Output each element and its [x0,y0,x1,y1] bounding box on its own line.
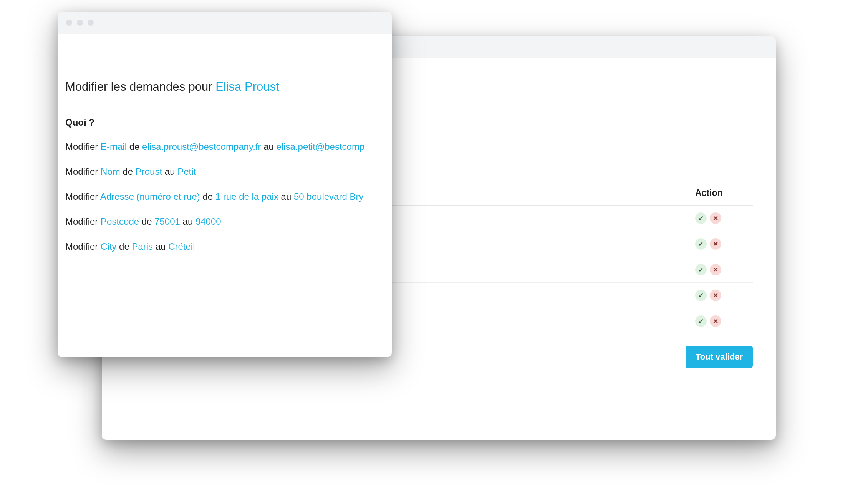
approve-button[interactable]: ✓ [695,212,707,224]
change-modify-word: Modifier [65,141,101,152]
approve-button[interactable]: ✓ [695,264,707,275]
change-from-word: de [200,191,215,202]
change-modify-word: Modifier [65,166,101,177]
change-from-word: de [116,241,132,252]
reject-button[interactable]: ✕ [710,290,721,301]
change-row: Modifier City de Paris au Créteil [65,234,384,259]
change-field: City [101,241,116,252]
change-from-value: elisa.proust@bestcompany.fr [142,141,261,152]
change-to-word: au [180,216,195,227]
change-from-word: de [127,141,142,152]
approve-button[interactable]: ✓ [695,290,707,301]
traffic-light-dot [77,20,83,26]
change-to-value: 50 boulevard Bry [294,191,363,202]
change-to-value: elisa.petit@bestcomp [277,141,365,152]
change-row: Modifier E-mail de elisa.proust@bestcomp… [65,134,384,159]
change-to-value: 94000 [195,216,221,227]
change-from-value: 1 rue de la paix [215,191,278,202]
reject-button[interactable]: ✕ [710,264,721,275]
validate-all-button[interactable]: Tout valider [686,346,753,368]
changes-window: Modifier les demandes pour Elisa Proust … [58,12,392,357]
change-field: E-mail [101,141,127,152]
approve-button[interactable]: ✓ [695,315,707,327]
traffic-light-dot [66,20,72,26]
column-header-action: Action [695,188,753,198]
reject-button[interactable]: ✕ [710,238,721,250]
change-to-word: au [278,191,294,202]
page-title: Modifier les demandes pour Elisa Proust [65,80,384,104]
window-titlebar [58,12,392,34]
change-row: Modifier Adresse (numéro et rue) de 1 ru… [65,184,384,209]
change-to-word: au [162,166,177,177]
page-title-prefix: Modifier les demandes pour [65,80,215,93]
reject-button[interactable]: ✕ [710,315,721,327]
change-field: Nom [101,166,120,177]
change-field: Postcode [101,216,139,227]
approve-button[interactable]: ✓ [695,238,707,250]
change-to-value: Petit [177,166,196,177]
reject-button[interactable]: ✕ [710,212,721,224]
change-from-word: de [139,216,154,227]
traffic-light-dot [88,20,94,26]
change-row: Modifier Postcode de 75001 au 94000 [65,209,384,234]
change-modify-word: Modifier [65,216,101,227]
column-header-what: Quoi ? [65,111,384,134]
change-to-word: au [261,141,276,152]
change-row: Modifier Nom de Proust au Petit [65,159,384,184]
change-from-value: Proust [136,166,162,177]
change-from-value: Paris [132,241,153,252]
change-to-value: Créteil [168,241,195,252]
change-from-value: 75001 [154,216,180,227]
change-modify-word: Modifier [65,191,100,202]
change-modify-word: Modifier [65,241,101,252]
change-field: Adresse (numéro et rue) [100,191,200,202]
page-title-person-link[interactable]: Elisa Proust [215,80,279,93]
change-to-word: au [153,241,168,252]
change-from-word: de [120,166,136,177]
